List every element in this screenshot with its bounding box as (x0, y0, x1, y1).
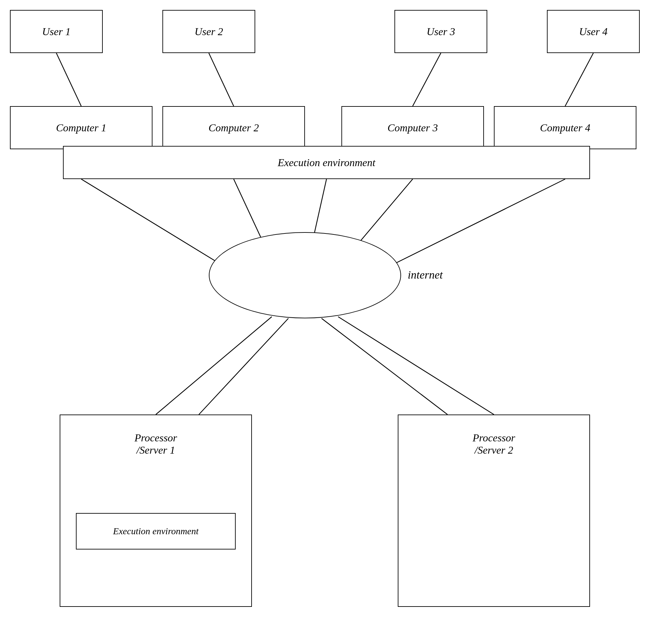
svg-line-3 (565, 53, 593, 106)
user3-box: User 3 (395, 10, 487, 53)
exec-env-top-box: Execution environment (63, 146, 590, 179)
user1-box: User 1 (10, 10, 103, 53)
comp3-box: Computer 3 (341, 106, 484, 149)
comp1-box: Computer 1 (10, 106, 153, 149)
svg-line-0 (56, 53, 81, 106)
comp4-box: Computer 4 (494, 106, 637, 149)
exec-env-bottom-label: Execution environment (113, 526, 198, 536)
proc2-label: Processor /Server 2 (473, 432, 516, 456)
exec-env-bottom-box: Execution environment (76, 513, 236, 550)
user1-label: User 1 (42, 26, 71, 38)
proc2-box: Processor /Server 2 (398, 414, 590, 607)
proc1-label: Processor /Server 1 (134, 432, 177, 456)
internet-label: internet (408, 269, 443, 281)
exec-env-top-label: Execution environment (278, 156, 376, 169)
svg-line-11 (321, 318, 447, 414)
svg-line-12 (338, 317, 494, 414)
user4-box: User 4 (547, 10, 640, 53)
comp2-box: Computer 2 (162, 106, 305, 149)
user4-label: User 4 (579, 26, 608, 38)
user3-label: User 3 (427, 26, 455, 38)
comp4-label: Computer 4 (540, 122, 590, 134)
diagram-container: User 1 User 2 User 3 User 4 Computer 1 C… (0, 0, 651, 644)
svg-line-1 (209, 53, 234, 106)
svg-line-9 (156, 317, 272, 414)
svg-line-2 (413, 53, 441, 106)
proc1-box: Processor /Server 1 Execution environmen… (60, 414, 252, 607)
internet-ellipse (209, 232, 401, 318)
user2-label: User 2 (194, 26, 223, 38)
comp2-label: Computer 2 (209, 122, 259, 134)
user2-box: User 2 (162, 10, 255, 53)
comp1-label: Computer 1 (56, 122, 106, 134)
comp3-label: Computer 3 (388, 122, 438, 134)
